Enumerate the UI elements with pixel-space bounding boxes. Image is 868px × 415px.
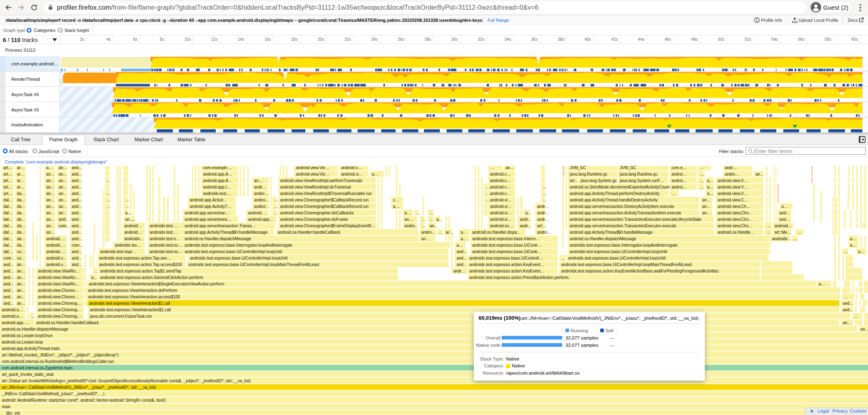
svg-text:java.lang.System.gc: java.lang.System.gc (580, 178, 617, 182)
svg-text:java.lang.System.runF…: java.lang.System.runF… (620, 178, 664, 182)
svg-text:android.view.ViewRo…: android.view.ViewRo… (38, 281, 80, 286)
svg-text:and…: and… (72, 262, 83, 266)
svg-text:android.app.servertransaction.: android.app.servertransaction.ActivityTr… (570, 210, 681, 215)
svg-text:and…: and… (4, 262, 15, 266)
svg-text:androidx.test.espresso.ViewInt: androidx.test.espresso.ViewInteraction$1… (89, 301, 170, 305)
svg-text:androidx.test.espresso.action.: androidx.test.espresso.action.Tap.access… (99, 262, 183, 266)
svg-text:androidx.test.espresso.ViewInt: androidx.test.espresso.ViewInteraction$S… (89, 281, 224, 286)
svg-text:a…: a… (782, 204, 788, 208)
svg-text:and…: and… (843, 301, 854, 305)
svg-text:an…: an… (421, 236, 430, 241)
svg-text:a…: a… (125, 210, 132, 215)
svg-text:dal…: dal… (4, 223, 13, 228)
svg-text:and…: and… (4, 275, 15, 279)
svg-text:androi…: androi… (672, 178, 687, 182)
svg-text:an…: an… (702, 197, 711, 202)
svg-text:com.android.internal.os.Runtim: com.android.internal.os.RuntimeInit$Meth… (2, 359, 114, 363)
svg-text:…: … (274, 204, 278, 208)
svg-text:android.view.Choreog…: android.view.Choreog… (38, 307, 81, 312)
svg-text:co…: co… (17, 256, 25, 260)
svg-text:an…: an… (46, 191, 55, 195)
svg-text:androidx.test.espresso.base.Ui: androidx.test.espresso.base.UiController… (185, 249, 282, 254)
svg-text:androidx.test.espresso.action.: androidx.test.espresso.action.PressBackA… (469, 275, 569, 279)
svg-text:a…: a… (461, 230, 467, 234)
svg-text:androidx.test.espresso.base.Ui: androidx.test.espresso.base.UiController… (190, 256, 288, 260)
svg-text:andro…: andro… (405, 223, 419, 228)
svg-text:da…: da… (17, 236, 25, 241)
svg-text:android.app.ActivityThread.mai: android.app.ActivityThread.main (2, 346, 60, 350)
svg-text:andro…: andro… (725, 172, 740, 176)
svg-text:android.os.Handler.dispa…: android.os.Handler.dispa… (472, 230, 521, 234)
svg-text:an…: an… (506, 166, 514, 170)
svg-text:androi…: androi… (672, 184, 687, 189)
svg-text:java.lang.Runtime.gc: java.lang.Runtime.gc (620, 172, 658, 176)
svg-text:android.view.Cho…: android.view.Cho… (718, 217, 753, 221)
svg-text:android.view.Cho…: android.view.Cho… (718, 223, 753, 228)
svg-text:an…: an… (46, 217, 55, 221)
svg-text:JVM_GC: JVM_GC (570, 166, 586, 170)
svg-text:and…: and… (780, 210, 790, 215)
svg-text:android.…: android.… (248, 210, 267, 215)
svg-text:…: … (422, 223, 426, 228)
svg-text:a…: a… (405, 210, 411, 215)
svg-text:art…: art… (570, 178, 579, 182)
svg-text:android.app.servertran…: android.app.servertran… (185, 210, 229, 215)
svg-text:androidx.test.es…: androidx.test.es… (149, 249, 182, 254)
svg-text:a…: a… (707, 178, 714, 182)
svg-text:and…: and… (72, 184, 83, 189)
svg-text:…: … (490, 166, 494, 170)
svg-text:android.app.….: android.app.…. (2, 320, 29, 325)
svg-text:android.app.ActivityThread$H.h: android.app.ActivityThread$H.handleMessa… (570, 230, 653, 234)
svg-text:android.app.servertrans…: android.app.servertrans… (185, 217, 231, 221)
svg-text:android.app.ActivityThread$H.h: android.app.ActivityThread$H.handleMessa… (185, 230, 268, 234)
svg-text:main: main (2, 404, 11, 409)
svg-text:android.app.ActivityThread.per: android.app.ActivityThread.performDestro… (570, 191, 660, 195)
svg-text:android.os…: android.os… (490, 223, 513, 228)
svg-text:and…: and… (72, 166, 83, 170)
svg-text:an…: an… (46, 204, 55, 208)
svg-text:android.vi…: android.vi… (490, 217, 511, 221)
svg-text:androidx.test.espresso.ViewInt: androidx.test.espresso.ViewInteraction$1… (90, 307, 171, 312)
svg-text:…: … (95, 268, 99, 273)
svg-text:androidx.test.espresso.ViewInt: androidx.test.espresso.ViewInteraction.a… (88, 294, 180, 299)
svg-text:…: … (125, 204, 129, 208)
svg-text:android.app.I…: android.app.I… (203, 184, 231, 189)
svg-text:and…: and… (72, 256, 83, 260)
svg-text:and…: and… (72, 230, 83, 234)
svg-text:android…: android… (124, 230, 142, 234)
svg-text:androidx…: androidx… (124, 236, 144, 241)
svg-text:android.view.V…: android.view.V… (718, 184, 748, 189)
svg-text:dal…: dal… (4, 197, 13, 202)
svg-text:android.view.Choreographer.doF: android.view.Choreographer.doFrame (280, 217, 348, 221)
svg-text:an…: an… (46, 172, 55, 176)
svg-text:androidx.test.espresso.base.In: androidx.test.espresso.base.Interrogator… (570, 243, 678, 247)
svg-text:an…: an… (702, 204, 711, 208)
svg-text:an…: an… (17, 281, 25, 286)
svg-text:…: … (107, 191, 111, 195)
svg-text:android.…: android.… (46, 249, 65, 254)
svg-text:android.os.StrictMode.decremen: android.os.StrictMode.decrementExpectedA… (570, 184, 670, 189)
svg-text:…: … (844, 249, 848, 254)
svg-text:android.v…: android.v… (490, 172, 511, 176)
svg-text:a.…: a.… (393, 204, 400, 208)
svg-text:androi…: androi… (254, 204, 269, 208)
svg-text:and…: and… (843, 307, 854, 312)
svg-text:android.v…: android.v… (46, 262, 67, 266)
svg-text:art:…: art:… (537, 223, 547, 228)
svg-text:java.lang.Runtime.gc: java.lang.Runtime.gc (570, 172, 607, 176)
svg-text:an…: an… (17, 268, 25, 273)
svg-text:…: … (700, 178, 704, 182)
svg-text:…: … (543, 184, 547, 189)
svg-text:…: … (107, 204, 111, 208)
svg-text:android.view.Ch…: android.view.Ch… (718, 204, 750, 208)
svg-text:android.os.Looper.loop: android.os.Looper.loop (2, 340, 43, 344)
svg-text:an…: an… (430, 223, 438, 228)
svg-text:andr…: andr… (520, 223, 532, 228)
svg-text:androidx.test.espresso.base.Ui: androidx.test.espresso.base.UiController… (561, 262, 692, 266)
svg-text:andr…: andr… (537, 204, 549, 208)
svg-text:com.e…: com.e… (672, 166, 687, 170)
svg-text:a…: a… (457, 243, 463, 247)
svg-text:androidx.test.espresso.base.In: androidx.test.espresso.base.Interrogator… (185, 243, 292, 247)
svg-text:android.view.Choreog…: android.view.Choreog… (38, 301, 81, 305)
svg-text:android.view.ViewRootImpl.perf: android.view.ViewRootImpl.performTravers… (280, 178, 362, 182)
